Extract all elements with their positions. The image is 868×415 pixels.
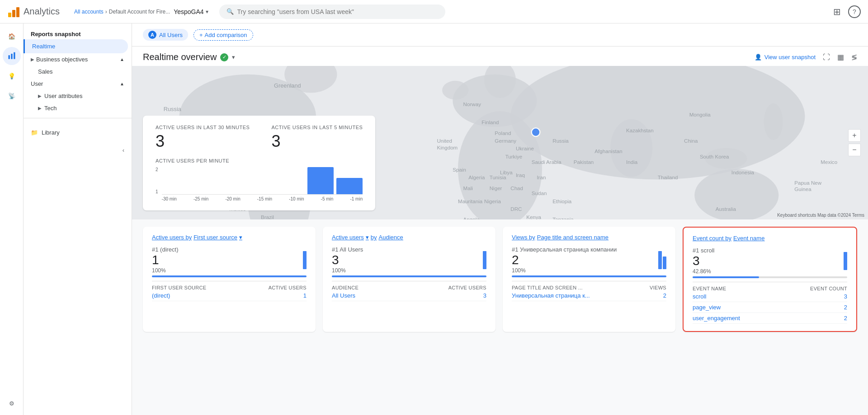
card-2-title-link[interactable]: Audience (379, 234, 403, 241)
card-4-row-2[interactable]: user_engagement 2 (693, 313, 847, 324)
card-3-mini-bars (658, 251, 666, 269)
bar-5 (307, 167, 334, 194)
sidebar-icon-explore[interactable]: 💡 (3, 67, 21, 85)
card-1-title[interactable]: Active users by First user source ▾ (152, 234, 307, 241)
card-4-row-0[interactable]: scroll 3 (693, 291, 847, 302)
sidebar-icon-settings[interactable]: ⚙ (3, 397, 21, 415)
user-arrow: ▲ (120, 81, 124, 86)
zoom-in-button[interactable]: + (848, 129, 861, 142)
status-dropdown[interactable]: ▾ (232, 54, 235, 61)
svg-rect-4 (11, 54, 12, 59)
card-2-bar-bg (332, 275, 486, 277)
account-dropdown-icon[interactable]: ▾ (206, 9, 208, 15)
card-2-title[interactable]: Active users ▾ by Audience (332, 234, 486, 241)
card-3-title-text: Views by (512, 234, 535, 241)
card-4-row-1-value: 2 (844, 304, 847, 311)
card-3-col2-header: VIEWS (650, 285, 666, 290)
card-1-row-0[interactable]: (direct) 1 (152, 290, 307, 301)
card-2-col1-header: AUDIENCE (332, 285, 359, 290)
sidebar-item-library[interactable]: 📁 Library (31, 126, 124, 140)
tech-label: Tech (44, 105, 57, 112)
card-2-title-arrow[interactable]: ▾ (366, 234, 369, 241)
sidebar-bottom: 📁 Library (24, 122, 132, 143)
account-selector[interactable]: YespoGA4 ▾ (170, 8, 208, 15)
card-4-bar-bg (693, 276, 847, 278)
sidebar-item-tech[interactable]: ▶ Tech (24, 102, 132, 114)
all-users-chip[interactable]: A All Users (143, 29, 188, 41)
card-2-row-0[interactable]: All Users 3 (332, 290, 486, 301)
svg-text:India: India (626, 159, 638, 165)
card-1-bar-fill (152, 275, 307, 277)
sales-label: Sales (38, 68, 53, 75)
svg-point-15 (764, 103, 783, 140)
map-credits: Keyboard shortcuts Map data ©2024 Terms (777, 213, 864, 218)
card-2-main-value: 3 (332, 253, 363, 267)
main-content: A All Users + Add comparison Realtime ov… (132, 23, 868, 415)
share-icon[interactable]: ≶ (851, 53, 857, 61)
active-5-label: Active users in last 5 minutes (271, 125, 363, 130)
card-3-row-0[interactable]: Универсальная страница к... 2 (512, 290, 666, 301)
svg-text:Algeria: Algeria (468, 174, 485, 180)
card-3-bar-1 (658, 251, 662, 269)
card-2-title-text: Active users (332, 234, 364, 241)
card-page-title: Views by Page title and screen name #1 У… (503, 227, 675, 332)
zoom-out-button[interactable]: − (848, 144, 861, 156)
sidebar-item-realtime[interactable]: Realtime (24, 39, 128, 53)
card-3-title[interactable]: Views by Page title and screen name (512, 234, 666, 241)
svg-text:Mexico: Mexico (821, 159, 837, 165)
svg-text:Pakistan: Pakistan (574, 159, 594, 165)
plus-icon: + (199, 32, 203, 38)
sidebar-icon-home[interactable]: 🏠 (3, 27, 21, 45)
svg-text:Chad: Chad (510, 185, 523, 191)
add-comparison-button[interactable]: + Add comparison (193, 29, 253, 41)
overview-actions: 👤 View user snapshot ⛶ ▦ ≶ (755, 53, 857, 61)
svg-text:Mauritania: Mauritania (458, 198, 483, 204)
svg-text:Niger: Niger (490, 185, 502, 191)
card-4-row-1[interactable]: page_view 2 (693, 302, 847, 313)
sidebar-collapse[interactable]: ‹ (24, 143, 132, 157)
svg-text:Mali: Mali (463, 185, 473, 191)
sidebar-icon-reports[interactable] (3, 47, 21, 65)
sidebar-category-user[interactable]: User ▲ (24, 78, 132, 90)
user-section-label: User (31, 80, 43, 87)
card-1-bar (303, 251, 307, 269)
card-1-title-link[interactable]: First user source (193, 234, 237, 241)
card-1-arrow[interactable]: ▾ (239, 234, 242, 241)
card-4-row-0-value: 3 (844, 293, 847, 300)
search-input[interactable] (237, 8, 438, 15)
search-bar[interactable]: 🔍 (219, 5, 445, 19)
card-1-mini-bars (303, 251, 307, 269)
svg-text:Angola: Angola (463, 216, 480, 219)
card-1-value-row: #1 (direct) 1 100% (152, 246, 307, 274)
sidebar-item-user-attributes[interactable]: ▶ User attributes (24, 90, 132, 102)
user-attributes-label: User attributes (44, 93, 83, 99)
sidebar-category-business[interactable]: ▶ Business objectives ▲ (24, 53, 132, 65)
sidebar-icon-advertising[interactable]: 📡 (3, 87, 21, 105)
card-4-title-link[interactable]: Event name (733, 235, 764, 242)
card-4-title[interactable]: Event count by Event name (693, 235, 847, 242)
fullscreen-icon[interactable]: ⛶ (823, 53, 830, 61)
help-icon[interactable]: ? (848, 5, 861, 18)
left-sidebar: Reports snapshot Realtime ▶ Business obj… (24, 23, 132, 415)
breadcrumb-all[interactable]: All accounts (74, 9, 104, 15)
snapshot-icon: 👤 (755, 54, 762, 61)
svg-text:Germany: Germany (495, 138, 516, 144)
svg-text:Iraq: Iraq (516, 172, 525, 178)
card-2-bar-fill (332, 275, 486, 277)
per-minute-section: Active users per minute 2 1 (156, 158, 363, 201)
card-1-table-header: FIRST USER SOURCE ACTIVE USERS (152, 281, 307, 290)
overview-header: Realtime overview ▾ 👤 View user snapshot… (132, 47, 868, 66)
search-icon: 🔍 (226, 8, 234, 15)
chart-toggle-icon[interactable]: ▦ (837, 53, 844, 61)
sidebar-item-sales[interactable]: Sales (24, 65, 132, 78)
card-3-col1-header: PAGE TITLE AND SCREEN ... (512, 285, 583, 290)
grid-icon[interactable]: ⊞ (833, 6, 841, 17)
card-1-rank: #1 (direct) (152, 246, 179, 253)
map-container: Greenland Russia UnitedKingdom Norway Fi… (132, 66, 868, 219)
view-snapshot-button[interactable]: 👤 View user snapshot (755, 54, 816, 61)
cards-row: Active users by First user source ▾ #1 (… (132, 219, 868, 339)
business-objectives-label: Business objectives (36, 56, 88, 63)
card-3-title-link[interactable]: Page title and screen name (537, 234, 609, 241)
card-4-row-0-name: scroll (693, 293, 706, 300)
card-3-bar-2 (663, 256, 666, 269)
